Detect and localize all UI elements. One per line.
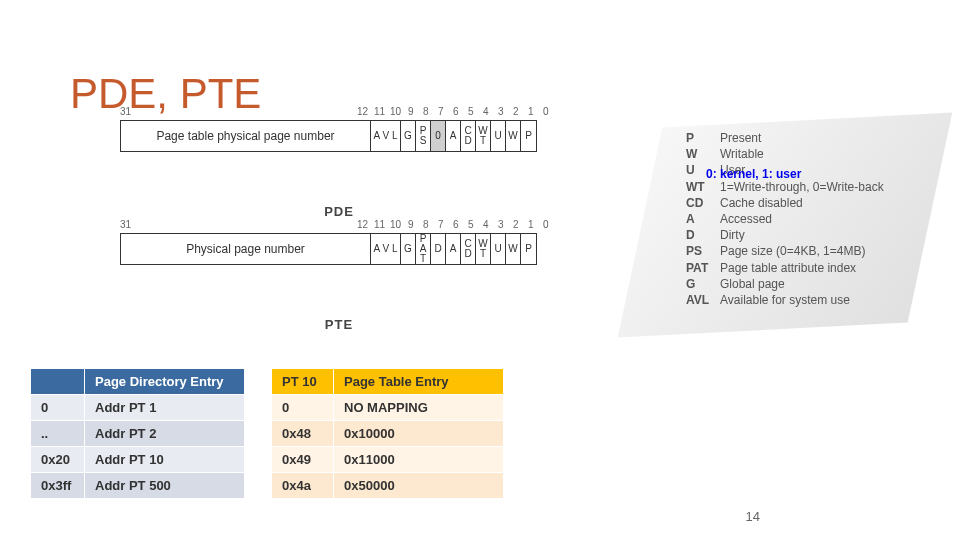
bit-label: 4 — [483, 219, 489, 230]
pde-field-a: A — [446, 121, 461, 151]
table-cell: 0x10000 — [334, 421, 504, 447]
pde-field-u: U — [491, 121, 506, 151]
legend-key: PS — [686, 243, 720, 259]
bit-label: 4 — [483, 106, 489, 117]
table-cell: 0 — [272, 395, 334, 421]
legend-val: Available for system use — [720, 292, 850, 308]
bit-label: 1 — [528, 219, 534, 230]
bit-label: 31 — [120, 106, 131, 117]
table-cell: 0x48 — [272, 421, 334, 447]
pte-field-w: W — [506, 234, 521, 264]
pde-field-ps: P S — [416, 121, 431, 151]
bit-label: 9 — [408, 106, 414, 117]
bit-label: 10 — [390, 219, 401, 230]
bit-label: 0 — [543, 106, 549, 117]
pde-field-wt: W T — [476, 121, 491, 151]
bit-label: 12 — [357, 106, 368, 117]
table-cell: .. — [31, 421, 85, 447]
bit-label: 1 — [528, 106, 534, 117]
pde-field-zero: 0 — [431, 121, 446, 151]
bit-label: 10 — [390, 106, 401, 117]
bit-label: 31 — [120, 219, 131, 230]
bit-label: 7 — [438, 219, 444, 230]
table-cell: 0x20 — [31, 447, 85, 473]
bit-label: 5 — [468, 106, 474, 117]
bit-label: 6 — [453, 106, 459, 117]
legend-val: Present — [720, 130, 761, 146]
legend-key: AVL — [686, 292, 720, 308]
pde-field-avl: A V L — [371, 121, 401, 151]
pde-field-p: P — [521, 121, 536, 151]
legend-key: CD — [686, 195, 720, 211]
table-cell: 0x3ff — [31, 473, 85, 499]
bit-label: 11 — [374, 219, 385, 230]
pte-field-d: D — [431, 234, 446, 264]
bit-label: 2 — [513, 106, 519, 117]
pte-th-0: PT 10 — [272, 369, 334, 395]
pte-field-wt: W T — [476, 234, 491, 264]
pte-bit-labels: 31 12 11 10 9 8 7 6 5 4 3 2 1 0 — [120, 219, 680, 233]
pde-field-g: G — [401, 121, 416, 151]
legend-key: PAT — [686, 260, 720, 276]
table-cell: Addr PT 500 — [85, 473, 245, 499]
table-cell: 0 — [31, 395, 85, 421]
pte-field-avl: A V L — [371, 234, 401, 264]
pde-th-1: Page Directory Entry — [85, 369, 245, 395]
legend-key: P — [686, 130, 720, 146]
legend-key: W — [686, 146, 720, 162]
legend-val: Page size (0=4KB, 1=4MB) — [720, 243, 865, 259]
example-tables: Page Directory Entry 0Addr PT 1 ..Addr P… — [30, 368, 504, 499]
pte-bitrow: 31 12 11 10 9 8 7 6 5 4 3 2 1 0 Physical… — [120, 233, 680, 281]
page-number: 14 — [746, 509, 760, 524]
legend-val: Writable — [720, 146, 764, 162]
pte-th-1: Page Table Entry — [334, 369, 504, 395]
pde-th-0 — [31, 369, 85, 395]
legend-key: D — [686, 227, 720, 243]
pde-field-ppn: Page table physical page number — [121, 121, 371, 151]
legend-key: G — [686, 276, 720, 292]
bit-label: 0 — [543, 219, 549, 230]
bit-label: 2 — [513, 219, 519, 230]
bit-label: 8 — [423, 219, 429, 230]
bit-label: 11 — [374, 106, 385, 117]
table-cell: NO MAPPING — [334, 395, 504, 421]
legend-val: Global page — [720, 276, 785, 292]
table-cell: 0x11000 — [334, 447, 504, 473]
user-kernel-annotation: 0: kernel, 1: user — [706, 167, 801, 181]
pte-table: PT 10 Page Table Entry 0NO MAPPING 0x480… — [271, 368, 504, 499]
pte-field-p: P — [521, 234, 536, 264]
entry-diagrams: 31 12 11 10 9 8 7 6 5 4 3 2 1 0 Page tab… — [120, 120, 680, 350]
bit-label: 3 — [498, 219, 504, 230]
bit-label: 3 — [498, 106, 504, 117]
table-cell: Addr PT 2 — [85, 421, 245, 447]
table-cell: 0x4a — [272, 473, 334, 499]
legend-val: Page table attribute index — [720, 260, 856, 276]
pte-field-pat: P A T — [416, 234, 431, 264]
table-cell: Addr PT 1 — [85, 395, 245, 421]
pte-fields: Physical page number A V L G P A T D A C… — [120, 233, 537, 265]
legend-val: Dirty — [720, 227, 745, 243]
table-cell: Addr PT 10 — [85, 447, 245, 473]
bit-label: 5 — [468, 219, 474, 230]
pde-field-cd: C D — [461, 121, 476, 151]
pte-label: PTE — [120, 317, 558, 332]
bit-label: 6 — [453, 219, 459, 230]
flag-legend: PPresent WWritable UUser WT1=Write-throu… — [686, 130, 884, 308]
pde-bit-labels: 31 12 11 10 9 8 7 6 5 4 3 2 1 0 — [120, 106, 680, 120]
bit-label: 9 — [408, 219, 414, 230]
pde-fields: Page table physical page number A V L G … — [120, 120, 537, 152]
pde-bitrow: 31 12 11 10 9 8 7 6 5 4 3 2 1 0 Page tab… — [120, 120, 680, 168]
legend-val: Accessed — [720, 211, 772, 227]
pde-label: PDE — [120, 204, 558, 219]
pte-field-u: U — [491, 234, 506, 264]
pde-field-w: W — [506, 121, 521, 151]
pde-table: Page Directory Entry 0Addr PT 1 ..Addr P… — [30, 368, 245, 499]
legend-val: Cache disabled — [720, 195, 803, 211]
bit-label: 7 — [438, 106, 444, 117]
bit-label: 8 — [423, 106, 429, 117]
table-cell: 0x49 — [272, 447, 334, 473]
pte-field-ppn: Physical page number — [121, 234, 371, 264]
pte-field-a: A — [446, 234, 461, 264]
pte-field-cd: C D — [461, 234, 476, 264]
table-cell: 0x50000 — [334, 473, 504, 499]
